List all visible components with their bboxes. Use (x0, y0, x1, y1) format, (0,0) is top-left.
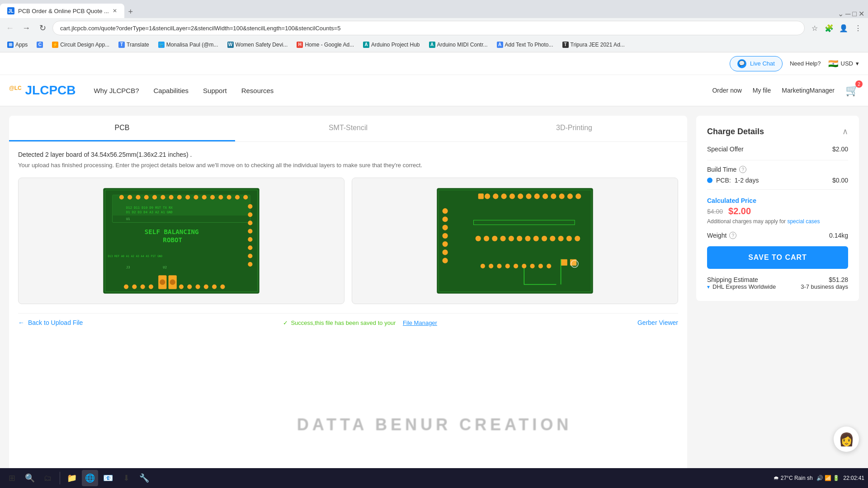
flag-icon: 🇮🇳 (828, 59, 838, 69)
marketing-manager-link[interactable]: MarketingManager (782, 87, 835, 94)
svg-rect-50 (478, 193, 484, 199)
profile-button[interactable]: 👤 (837, 22, 850, 34)
dhl-row: ▾ DHL Express Worldwide 3-7 business day… (707, 283, 848, 290)
chatbot-button[interactable]: 👩 (834, 427, 859, 452)
currency-selector[interactable]: 🇮🇳 USD ▾ (828, 59, 859, 69)
minimize-button[interactable]: ─ (845, 10, 850, 18)
system-tray: 🔊 📶 🔋 (816, 475, 840, 481)
back-button[interactable]: ← (4, 22, 16, 34)
maximize-button[interactable]: □ (852, 10, 857, 18)
taskbar-right: 🌧 27°C Rain sh 🔊 📶 🔋 22:02:41 (774, 475, 864, 481)
windows-start-button[interactable]: ⊞ (4, 470, 20, 486)
bookmark-tripura[interactable]: T Tripura JEE 2021 Ad... (559, 41, 628, 49)
svg-point-35 (124, 285, 128, 289)
nav-right: Order now My file MarketingManager 🛒 2 (712, 84, 859, 97)
build-time-info-icon[interactable]: ? (739, 166, 746, 173)
calculated-price-label: Calculated Price (707, 197, 848, 204)
bookmark-google-ads[interactable]: H Home - Google Ad... (293, 41, 358, 49)
bookmark-women-label: Women Safety Devi... (236, 42, 288, 48)
chat-icon: 💬 (737, 59, 746, 68)
svg-point-18 (235, 195, 240, 199)
tab-smt-stencil[interactable]: SMT-Stencil (235, 116, 461, 141)
bookmark-circuit-design[interactable]: ⚡ Circuit Design App... (48, 41, 113, 49)
forward-button[interactable]: → (20, 22, 33, 34)
tab-favicon: JL (7, 7, 14, 14)
logo[interactable]: @LC JLCPCB (9, 83, 76, 98)
bookmark-women-safety[interactable]: W Women Safety Devi... (224, 41, 292, 49)
svg-point-93 (538, 264, 543, 268)
address-bar[interactable]: cart.jlcpcb.com/quote?orderType=1&stenci… (52, 21, 805, 35)
new-tab-button[interactable]: + (124, 5, 137, 18)
my-file-link[interactable]: My file (753, 87, 771, 94)
svg-point-51 (485, 193, 490, 199)
svg-point-87 (489, 264, 493, 268)
search-taskbar-button[interactable]: 🔍 (22, 470, 38, 486)
svg-point-86 (481, 264, 485, 268)
order-now-link[interactable]: Order now (712, 87, 741, 94)
collapse-icon[interactable]: ∧ (842, 127, 848, 136)
browser-taskbar-button[interactable]: 🌐 (82, 470, 98, 486)
url-text: cart.jlcpcb.com/quote?orderType=1&stenci… (60, 25, 797, 32)
arduino-hub-icon: A (363, 42, 369, 48)
chevron-down-icon[interactable]: ▾ (707, 284, 710, 290)
bookmark-monalisa[interactable]: 🐦 Monalisa Paul (@m... (155, 41, 222, 49)
active-tab[interactable]: JL PCB Order & Online PCB Quote ... ✕ (0, 4, 124, 18)
svg-point-53 (501, 193, 507, 199)
tab-overflow-down[interactable]: ⌄ (838, 9, 844, 18)
translate-icon: T (118, 42, 125, 48)
svg-point-6 (136, 195, 140, 199)
task-view-button[interactable]: 🗂 (40, 470, 56, 486)
tools-button[interactable]: 🔧 (136, 470, 152, 486)
menu-button[interactable]: ⋮ (852, 22, 864, 34)
tab-3d-printing[interactable]: 3D-Printing (461, 116, 687, 141)
svg-point-27 (248, 262, 252, 267)
close-window-button[interactable]: ✕ (859, 9, 864, 18)
nav-capabilities[interactable]: Capabilities (154, 83, 189, 98)
gerber-viewer-link[interactable]: Gerber Viewer (637, 319, 678, 326)
additional-charges-text: Additional charges may apply for special… (707, 218, 848, 225)
wordpress-icon: W (227, 42, 234, 48)
svg-point-82 (566, 236, 572, 241)
extensions-button[interactable]: 🧩 (823, 22, 835, 34)
bookmark-apps[interactable]: ⊞ Apps (4, 41, 31, 49)
pcb-time-row: PCB: 1-2 days $0.00 (707, 177, 848, 184)
tab-close-button[interactable]: ✕ (113, 8, 117, 14)
svg-point-39 (179, 285, 184, 289)
download-button[interactable]: ⬇ (118, 470, 134, 486)
special-cases-link[interactable]: special cases (787, 218, 820, 225)
bookmark-translate[interactable]: T Translate (115, 41, 153, 49)
bookmark-c[interactable]: C (33, 41, 47, 49)
back-link-text: Back to Upload File (28, 319, 83, 326)
bookmark-arduino-hub[interactable]: A Arduino Project Hub (359, 41, 423, 49)
bookmark-arduino-midi[interactable]: A Arduino MIDI Contr... (425, 41, 491, 49)
tab-overflow: ⌄ ─ □ ✕ (838, 9, 868, 18)
svg-point-75 (509, 236, 514, 241)
live-chat-button[interactable]: 💬 Live Chat (730, 56, 783, 71)
svg-point-80 (550, 236, 555, 241)
svg-point-59 (551, 193, 556, 199)
svg-point-20 (248, 204, 252, 209)
svg-point-17 (227, 195, 231, 199)
svg-point-71 (476, 236, 481, 241)
mail-button[interactable]: 📧 (100, 470, 116, 486)
file-explorer-button[interactable]: 📁 (64, 470, 80, 486)
nav-why-jlcpcb[interactable]: Why JLCPCB? (94, 83, 139, 98)
back-to-upload-link[interactable]: ← Back to Upload File (18, 319, 83, 326)
bookmark-star-button[interactable]: ☆ (808, 22, 821, 34)
weight-info-icon[interactable]: ? (729, 232, 736, 239)
cart-icon[interactable]: 🛒 2 (845, 84, 859, 97)
nav-support[interactable]: Support (203, 83, 227, 98)
logo-jlcpcb: JLCPCB (25, 83, 75, 97)
need-help-link[interactable]: Need Help? (790, 60, 821, 67)
tab-pcb[interactable]: PCB (9, 116, 235, 141)
svg-point-9 (160, 195, 165, 199)
svg-point-90 (514, 264, 518, 268)
svg-point-7 (144, 195, 149, 199)
nav-resources[interactable]: Resources (241, 83, 274, 98)
pcb-front-svg: D12 D11 D10 D9 RST TX RX D1 D2 D3 D4 A3 … (24, 183, 339, 298)
save-to-cart-button[interactable]: SAVE TO CART (707, 246, 848, 269)
svg-point-61 (567, 193, 573, 199)
refresh-button[interactable]: ↻ (36, 22, 49, 34)
file-manager-link[interactable]: File Manager (403, 319, 437, 326)
bookmark-add-text[interactable]: A Add Text To Photo... (493, 41, 557, 49)
